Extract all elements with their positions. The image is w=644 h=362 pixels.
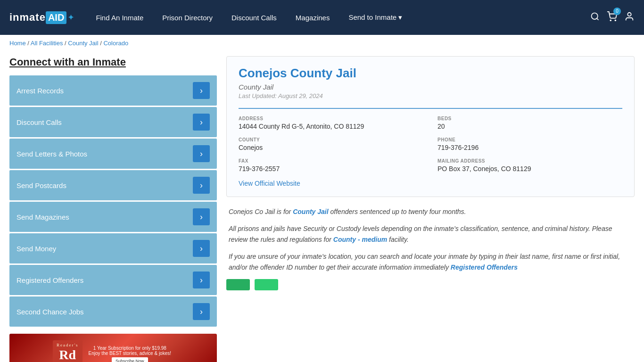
beds-value: 20 — [438, 123, 622, 130]
bottom-btn-2[interactable] — [255, 279, 278, 290]
sidebar-item-registered-offenders[interactable]: Registered Offenders › — [9, 265, 217, 295]
facility-title: Conejos County Jail — [239, 66, 622, 81]
main-content: Conejos County Jail County Jail Last Upd… — [226, 56, 635, 362]
sidebar: Connect with an Inmate Arrest Records › … — [9, 56, 217, 362]
nav-find-inmate[interactable]: Find An Inmate — [89, 9, 150, 26]
header-icons: 0 — [590, 11, 635, 24]
desc-registered-link[interactable]: Registered Offenders — [451, 263, 518, 271]
address-value: 14044 County Rd G-5, Antonito, CO 81129 — [239, 123, 423, 130]
sidebar-item-label: Send Letters & Photos — [17, 150, 87, 158]
nav-discount-calls[interactable]: Discount Calls — [224, 9, 284, 26]
nav-prison-directory[interactable]: Prison Directory — [155, 9, 220, 26]
phone-section: PHONE 719-376-2196 — [438, 137, 622, 151]
arrow-icon: › — [193, 208, 210, 225]
facility-card: Conejos County Jail County Jail Last Upd… — [226, 56, 635, 197]
bottom-btn-1[interactable] — [226, 279, 250, 290]
phone-label: PHONE — [438, 137, 622, 142]
desc-medium-link[interactable]: County - medium — [333, 236, 387, 243]
search-icon — [590, 12, 600, 21]
desc-p2: All prisons and jails have Security or C… — [229, 223, 632, 245]
breadcrumb-home[interactable]: Home — [9, 40, 26, 47]
county-value: Conejos — [239, 144, 423, 151]
logo-text: inmate — [9, 11, 46, 24]
desc-p1: Conejos Co Jail is for County Jail offen… — [229, 206, 632, 217]
facility-details: ADDRESS 14044 County Rd G-5, Antonito, C… — [239, 108, 622, 173]
county-label: COUNTY — [239, 137, 423, 142]
desc-p2-pre: All prisons and jails have Security or C… — [229, 225, 612, 243]
desc-p1-pre: Conejos Co Jail is for — [229, 208, 293, 215]
nav-send-to-inmate[interactable]: Send to Inmate ▾ — [341, 8, 409, 26]
arrow-icon: › — [193, 82, 210, 99]
logo-aid: AID — [46, 11, 66, 24]
ad-rd-label: Rd — [59, 348, 76, 362]
sidebar-item-send-magazines[interactable]: Send Magazines › — [9, 202, 217, 232]
address-label: ADDRESS — [239, 116, 423, 121]
ad-subscribe-button[interactable]: Subscribe Now — [112, 357, 148, 362]
sidebar-item-label: Arrest Records — [17, 87, 64, 95]
sidebar-item-label: Send Money — [17, 245, 56, 253]
sidebar-item-send-money[interactable]: Send Money › — [9, 233, 217, 263]
desc-p3: If you are unsure of your inmate’s locat… — [229, 251, 632, 272]
sidebar-title: Connect with an Inmate — [9, 56, 217, 68]
main-nav: Find An Inmate Prison Directory Discount… — [89, 8, 590, 26]
mailing-label: MAILING ADDRESS — [438, 158, 622, 164]
cart-button[interactable]: 0 — [607, 11, 617, 24]
sidebar-item-arrest-records[interactable]: Arrest Records › — [9, 75, 217, 106]
user-button[interactable] — [624, 11, 635, 24]
sidebar-item-label: Registered Offenders — [17, 276, 83, 284]
ad-sub-line2: Enjoy the BEST stories, advice & jokes! — [89, 351, 171, 356]
desc-p2-post: facility. — [387, 236, 409, 243]
breadcrumb-state[interactable]: Colorado — [103, 40, 128, 47]
description-section: Conejos Co Jail is for County Jail offen… — [226, 206, 635, 272]
arrow-icon: › — [193, 177, 210, 194]
fax-value: 719-376-2557 — [239, 165, 423, 173]
sidebar-item-label: Discount Calls — [17, 118, 62, 126]
mailing-section: MAILING ADDRESS PO Box 37, Conejos, CO 8… — [438, 158, 622, 173]
svg-point-0 — [592, 13, 598, 19]
sidebar-item-send-postcards[interactable]: Send Postcards › — [9, 170, 217, 200]
bottom-buttons — [226, 279, 635, 290]
sidebar-item-label: Second Chance Jobs — [17, 308, 84, 316]
ad-content: 1 Year Subscription for only $19.98 Enjo… — [86, 343, 173, 362]
sidebar-item-second-chance-jobs[interactable]: Second Chance Jobs › — [9, 296, 217, 327]
svg-line-1 — [597, 18, 599, 20]
arrow-icon: › — [193, 272, 210, 288]
svg-point-3 — [615, 20, 616, 21]
breadcrumb-county-jail[interactable]: County Jail — [68, 40, 98, 47]
breadcrumb: Home / All Facilities / County Jail / Co… — [0, 35, 644, 51]
breadcrumb-all-facilities[interactable]: All Facilities — [31, 40, 63, 47]
mailing-value: PO Box 37, Conejos, CO 81129 — [438, 165, 622, 173]
phone-value: 719-376-2196 — [438, 144, 622, 151]
view-website-link[interactable]: View Official Website — [239, 180, 300, 187]
cart-badge: 0 — [613, 8, 621, 15]
arrow-icon: › — [193, 145, 210, 162]
facility-updated: Last Updated: August 29, 2024 — [239, 92, 622, 99]
sidebar-item-send-letters[interactable]: Send Letters & Photos › — [9, 139, 217, 169]
desc-p1-post: offenders sentenced up to twenty four mo… — [329, 208, 466, 215]
svg-point-4 — [627, 12, 631, 16]
search-button[interactable] — [590, 12, 600, 24]
beds-section: BEDS 20 — [438, 116, 622, 130]
logo-icon: ✦ — [67, 12, 74, 23]
desc-p3-pre: If you are unsure of your inmate’s locat… — [229, 253, 620, 271]
fax-label: FAX — [239, 158, 423, 164]
arrow-icon: › — [193, 240, 210, 257]
facility-subtitle: County Jail — [239, 83, 622, 91]
svg-point-2 — [610, 20, 611, 21]
desc-county-jail-link[interactable]: County Jail — [293, 208, 328, 215]
arrow-icon: › — [193, 303, 210, 320]
beds-label: BEDS — [438, 116, 622, 121]
user-icon — [624, 11, 635, 22]
fax-section: FAX 719-376-2557 — [239, 158, 423, 173]
address-section: ADDRESS 14044 County Rd G-5, Antonito, C… — [239, 116, 423, 130]
sidebar-item-discount-calls[interactable]: Discount Calls › — [9, 107, 217, 137]
main-container: Connect with an Inmate Arrest Records › … — [0, 51, 644, 362]
ad-banner[interactable]: Reader's Rd digest 1 Year Subscription f… — [9, 334, 217, 362]
nav-magazines[interactable]: Magazines — [289, 9, 337, 26]
sidebar-item-label: Send Magazines — [17, 213, 69, 221]
logo[interactable]: inmate AID ✦ — [9, 11, 74, 24]
ad-sub-line1: 1 Year Subscription for only $19.98 — [89, 346, 171, 351]
sidebar-item-label: Send Postcards — [17, 181, 66, 189]
county-section: COUNTY Conejos — [239, 137, 423, 151]
arrow-icon: › — [193, 114, 210, 131]
